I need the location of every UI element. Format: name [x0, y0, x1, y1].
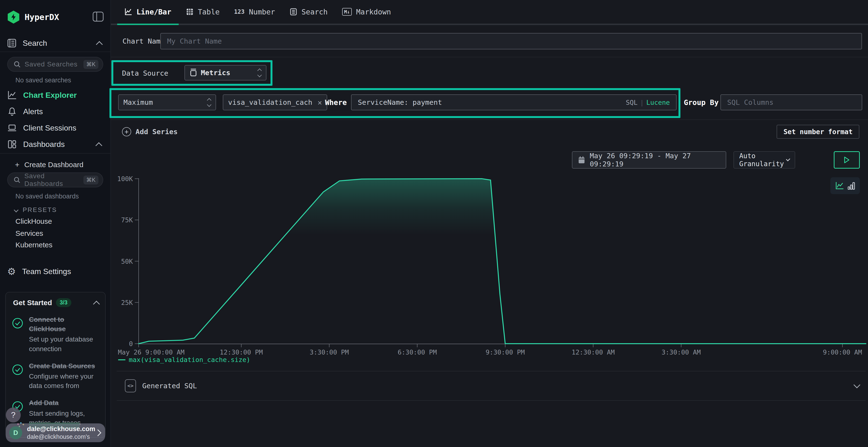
sidebar-item-chart-explorer[interactable]: Chart Explorer	[0, 87, 111, 103]
updown-chevrons-icon	[208, 99, 211, 106]
search-icon	[13, 176, 21, 183]
help-button[interactable]: ?	[6, 408, 21, 422]
checklist-title: Create Data Sources	[29, 361, 99, 371]
get-started-header[interactable]: Get Started 3/3	[6, 293, 105, 309]
chart-name-placeholder: My Chart Name	[167, 37, 222, 45]
presets-toggle[interactable]: PRESETS	[14, 206, 57, 214]
checklist-title: Add Data	[29, 398, 99, 408]
sidebar-item-team-settings[interactable]: ⚙ Team Settings	[0, 264, 111, 279]
saved-dashboards-placeholder: Saved Dashboards	[24, 172, 84, 187]
preset-services[interactable]: Services	[16, 229, 43, 238]
aggregation-select[interactable]: Maximum	[118, 94, 216, 110]
user-sub: dale@clickhouse.com's	[27, 433, 95, 441]
x-tick-label: 12:30:00 PM	[220, 348, 263, 356]
avatar: D	[9, 426, 22, 439]
saved-dashboards-input[interactable]: Saved Dashboards ⌘K	[7, 172, 103, 187]
sidebar-collapse-icon[interactable]	[93, 11, 104, 23]
granularity-select[interactable]: Auto Granularity	[734, 151, 795, 169]
chart-name-row: Chart Name My Chart Name	[111, 25, 868, 57]
tab-number[interactable]: 123 Number	[227, 0, 282, 24]
logo-row: HyperDX	[8, 9, 104, 26]
y-tick-label: 0	[129, 340, 133, 347]
chart-svg: 025K50K75K100KMay 26 9:00:00 AM12:30:00 …	[111, 169, 868, 366]
tab-search[interactable]: Search	[282, 0, 335, 24]
get-started-title: Get Started	[13, 299, 52, 307]
metric-tag[interactable]: visa_validation_cach ✕	[223, 94, 327, 110]
search-doc-icon	[289, 8, 297, 16]
create-dashboard-button[interactable]: + Create Dashboard	[15, 159, 84, 171]
generated-sql-label: Generated SQL	[142, 382, 197, 390]
group-by-placeholder: SQL Columns	[727, 98, 774, 106]
add-series-button[interactable]: + Add Series	[122, 127, 178, 136]
saved-searches-input[interactable]: Saved Searches ⌘K	[7, 57, 103, 72]
group-by-input[interactable]: SQL Columns	[720, 94, 862, 110]
tab-markdown[interactable]: M↓ Markdown	[335, 0, 398, 24]
preset-clickhouse[interactable]: ClickHouse	[16, 217, 52, 226]
checklist-item[interactable]: Create Data Sources Configure where your…	[6, 356, 105, 393]
tab-line-bar[interactable]: Line/Bar	[117, 0, 179, 24]
legend-label: max(visa_validation_cache.size)	[129, 356, 250, 364]
x-tick-label: 6:30:00 PM	[398, 348, 437, 356]
sidebar-item-client-sessions[interactable]: Client Sessions	[0, 120, 111, 136]
code-icon: <>	[125, 379, 136, 392]
y-tick-label: 75K	[121, 216, 133, 224]
sidebar-item-dashboards[interactable]: Dashboards	[0, 136, 111, 152]
x-tick-label: 3:30:00 PM	[310, 348, 349, 356]
x-tick-label: 9:00:00 AM	[823, 348, 862, 356]
x-tick-label: 3:30:00 AM	[661, 348, 701, 356]
date-range-value: May 26 09:29:19 - May 27 09:29:19	[590, 152, 720, 168]
user-menu[interactable]: D dale@clickhouse.com dale@clickhouse.co…	[6, 423, 105, 442]
plus-icon: +	[15, 161, 20, 169]
checklist-desc: Configure where your data comes from	[29, 372, 99, 390]
check-circle-icon	[12, 318, 23, 329]
set-number-format-button[interactable]: Set number format	[777, 125, 859, 139]
checklist-item[interactable]: Connect to ClickHouse Set up your databa…	[6, 309, 105, 356]
get-started-badge: 3/3	[56, 298, 71, 307]
group-by-label: Group By	[684, 98, 719, 107]
granularity-value: Auto Granularity	[739, 152, 787, 168]
plus-circle-icon: +	[122, 127, 131, 136]
legend-swatch	[118, 359, 125, 360]
hyperdx-logo-icon	[8, 10, 19, 24]
sidebar-item-alerts[interactable]: Alerts	[0, 104, 111, 119]
shortcut-badge: ⌘K	[84, 176, 98, 184]
add-series-label: Add Series	[135, 128, 178, 136]
y-tick-label: 100K	[117, 175, 133, 182]
chart-name-input[interactable]: My Chart Name	[160, 33, 862, 49]
chart-name-label: Chart Name	[123, 37, 165, 45]
lucene-toggle[interactable]: Lucene	[646, 99, 670, 106]
data-source-value: Metrics	[201, 69, 230, 77]
chevron-up-icon	[93, 301, 100, 307]
checklist-title: Connect to ClickHouse	[29, 315, 99, 334]
where-input[interactable]: ServiceName: payment SQL|Lucene	[351, 94, 677, 110]
preset-kubernetes[interactable]: Kubernetes	[16, 241, 52, 249]
checklist-desc: Set up your database connection	[29, 335, 99, 353]
tab-label: Markdown	[356, 8, 391, 16]
sql-toggle[interactable]: SQL	[626, 99, 638, 106]
nav-label: Client Sessions	[23, 124, 76, 133]
sidebar-item-search[interactable]: Search	[0, 35, 111, 51]
tab-table[interactable]: Table	[179, 0, 227, 24]
date-range-input[interactable]: May 26 09:29:19 - May 27 09:29:19	[572, 151, 726, 169]
laptop-icon	[7, 123, 17, 133]
chart-legend[interactable]: max(visa_validation_cache.size)	[118, 356, 250, 364]
run-query-button[interactable]	[834, 151, 860, 169]
help-label: ?	[11, 410, 16, 419]
updown-chevrons-icon	[258, 69, 261, 77]
x-tick-label: May 26 9:00:00 AM	[118, 348, 184, 356]
where-label: Where	[325, 98, 347, 107]
chevron-right-icon	[94, 429, 101, 436]
data-source-select[interactable]: Metrics	[184, 65, 267, 80]
search-section-label: Search	[23, 39, 47, 48]
markdown-icon: M↓	[342, 8, 352, 16]
y-tick-label: 25K	[121, 299, 133, 306]
bell-icon	[7, 107, 17, 116]
data-source-label: Data Source	[122, 69, 168, 77]
divider	[111, 119, 868, 120]
chevron-up-icon	[95, 142, 102, 149]
nav-label: Chart Explorer	[23, 91, 77, 100]
set-number-format-label: Set number format	[783, 128, 852, 136]
generated-sql-toggle[interactable]: <> Generated SQL	[117, 371, 866, 401]
line-chart-icon	[124, 8, 132, 16]
close-icon[interactable]: ✕	[317, 98, 322, 107]
